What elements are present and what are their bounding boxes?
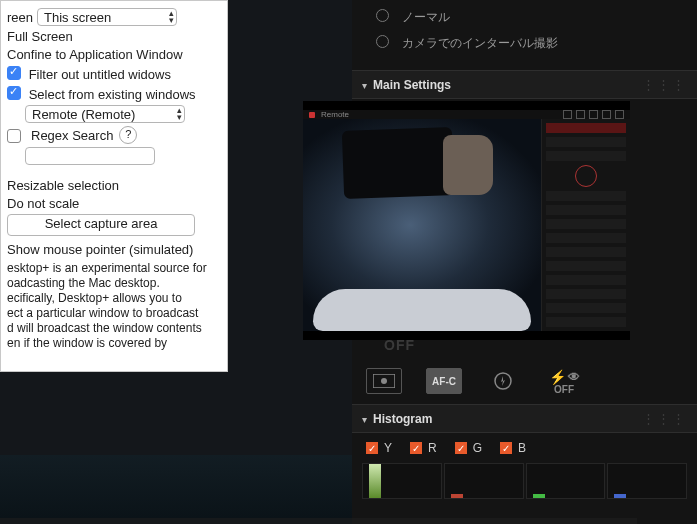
description-text: esktop+ is an experimental source for oa… [7, 261, 217, 351]
hist-check-b[interactable]: ✓B [500, 441, 526, 455]
flash-off-button[interactable]: ⚡ 👁 OFF [544, 369, 584, 393]
radio-icon [376, 9, 389, 22]
grip-icon: ⋮⋮⋮ [642, 77, 687, 92]
af-mode-button[interactable]: AF-C [426, 368, 462, 394]
show-mouse-label: Show mouse pointer (simulated) [7, 242, 217, 257]
toolbar-icon[interactable] [563, 110, 572, 119]
hist-check-r[interactable]: ✓R [410, 441, 437, 455]
preview-window: Remote [303, 101, 630, 340]
chevron-down-icon: ▾ [362, 80, 367, 91]
select-arrows-icon: ▴▾ [169, 10, 174, 24]
radio-icon [376, 35, 389, 48]
dock [0, 518, 637, 524]
hist-cell-b [607, 463, 687, 499]
preview-app-name: Remote [321, 110, 349, 119]
preview-titlebar: Remote [303, 110, 630, 119]
select-existing-label: Select from existing windows [29, 87, 196, 102]
af-controls-row: AF-C ⚡ 👁 OFF [352, 358, 697, 404]
app-logo-icon [309, 112, 315, 118]
select-arrows-icon: ▴▾ [177, 107, 182, 121]
mode-normal-row[interactable]: ノーマル [352, 4, 697, 30]
do-not-scale-label: Do not scale [7, 196, 217, 211]
screen-select[interactable]: This screen ▴▾ [37, 8, 177, 26]
grip-icon: ⋮⋮⋮ [642, 411, 687, 426]
chevron-down-icon: ▾ [362, 414, 367, 425]
resizable-label: Resizable selection [7, 178, 217, 193]
toolbar-icon[interactable] [602, 110, 611, 119]
confine-label: Confine to Application Window [7, 47, 217, 62]
camera-control-panel: ノーマル カメラでのインターバル撮影 ▾Main Settings ⋮⋮⋮ Re… [352, 0, 697, 524]
full-screen-label: Full Screen [7, 29, 217, 44]
hist-cell-g [526, 463, 606, 499]
metering-button[interactable] [366, 368, 402, 394]
window-select[interactable]: Remote (Remote) ▴▾ [25, 105, 185, 123]
histogram-strip [352, 463, 697, 503]
toolbar-icon[interactable] [615, 110, 624, 119]
flash-button[interactable] [486, 369, 520, 393]
capture-settings-panel: reen This screen ▴▾ Full Screen Confine … [0, 0, 228, 372]
filter-untitled-label: Filter out untitled widows [29, 67, 171, 82]
hist-cell-y [362, 463, 442, 499]
regex-search-checkbox[interactable] [7, 129, 21, 143]
hist-check-y[interactable]: ✓Y [366, 441, 392, 455]
regex-search-label: Regex Search [31, 128, 113, 143]
main-settings-header[interactable]: ▾Main Settings ⋮⋮⋮ [352, 70, 697, 99]
off-indicator: OFF [384, 337, 415, 353]
histogram-header[interactable]: ▾Histogram ⋮⋮⋮ [352, 404, 697, 433]
toolbar-icon[interactable] [589, 110, 598, 119]
help-icon[interactable]: ? [119, 126, 137, 144]
select-existing-checkbox[interactable] [7, 86, 21, 100]
hist-cell-r [444, 463, 524, 499]
toolbar-icon[interactable] [576, 110, 585, 119]
filter-untitled-checkbox[interactable] [7, 66, 21, 80]
preview-side-panel [541, 119, 630, 331]
histogram-channel-checks: ✓Y ✓R ✓G ✓B [352, 433, 697, 463]
select-capture-area-button[interactable]: Select capture area [7, 214, 195, 236]
live-view-image [303, 119, 541, 331]
screen-label: reen [7, 10, 33, 25]
hist-check-g[interactable]: ✓G [455, 441, 482, 455]
mode-interval-row[interactable]: カメラでのインターバル撮影 [352, 30, 697, 56]
regex-search-input[interactable] [25, 147, 155, 165]
svg-point-1 [381, 378, 387, 384]
